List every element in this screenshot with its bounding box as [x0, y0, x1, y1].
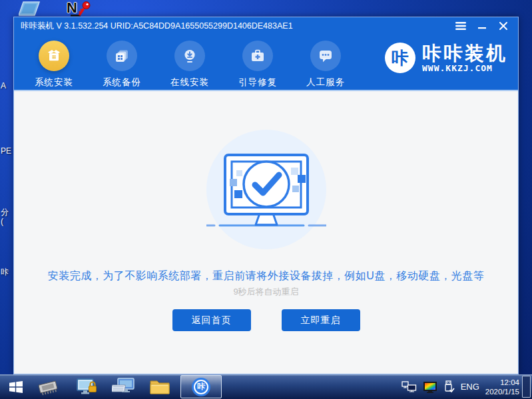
nav-item-online-install[interactable]: 在线安装 [164, 41, 216, 88]
desktop-icon-label-fragment[interactable]: 咔 [1, 267, 13, 277]
nav-item-system-install[interactable]: 系统安装 [28, 41, 80, 88]
window-nav: 系统安装 系统备份 [14, 35, 518, 91]
brand-logo-icon: 咔 [385, 43, 415, 73]
close-icon [499, 22, 507, 30]
language-indicator[interactable]: ENG [461, 382, 479, 392]
installer-window: 咔咔装机 V 3.1.532.254 URID:A5C84DD9A1655055… [13, 17, 519, 374]
nav-item-label: 引导修复 [238, 77, 277, 87]
taskbar-remote-desktop-tool-icon[interactable] [109, 374, 138, 399]
clock-date: 2020/1/15 [485, 387, 519, 396]
desktop-icon-label-fragment[interactable]: A [1, 81, 13, 90]
action-buttons: 返回首页 立即重启 [14, 309, 518, 331]
monitor-keyboard-icon [112, 377, 136, 397]
minimize-button[interactable] [474, 19, 490, 33]
desktop-icon-label-fragment[interactable]: PE [1, 146, 13, 156]
countdown-text: 9秒后将自动重启 [14, 286, 518, 298]
brand-url: WWW.KKZJ.COM [422, 63, 507, 73]
clock-time: 12:04 [485, 378, 519, 387]
nav-item-system-backup[interactable]: 系统备份 [96, 41, 148, 88]
nav-item-label: 人工服务 [306, 77, 345, 87]
hamburger-menu-icon [455, 22, 466, 30]
desktop-netkeeper-icon[interactable]: N [67, 1, 95, 18]
taskbar-active-app-kaka[interactable]: 咔 [180, 375, 222, 398]
taskbar-file-explorer-icon[interactable] [146, 374, 173, 399]
window-titlebar: 咔咔装机 V 3.1.532.254 URID:A5C84DD9A1655055… [14, 17, 518, 35]
install-box-icon [39, 41, 69, 71]
return-home-button[interactable]: 返回首页 [172, 309, 251, 331]
menu-button[interactable] [453, 19, 469, 33]
system-tray: ENG 12:04 2020/1/15 [401, 374, 519, 399]
folder-icon [149, 378, 170, 396]
usb-device-tray-icon[interactable] [443, 380, 455, 393]
nav-item-label: 系统安装 [35, 77, 73, 87]
backup-windows-icon [107, 41, 137, 71]
desktop-icon-label-fragment[interactable]: 分 ( [1, 207, 13, 226]
brand-logo: 咔 咔咔装机 WWW.KKZJ.COM [385, 43, 507, 73]
taskbar: 咔 ENG [0, 374, 532, 399]
completion-message: 安装完成，为了不影响系统部署，重启前请将外接设备拔掉，例如U盘，移动硬盘，光盘等 [14, 269, 518, 283]
laptop-icon [19, 1, 40, 16]
download-circle-icon [174, 41, 205, 71]
chip-icon [36, 378, 60, 396]
nav-item-label: 系统备份 [103, 77, 141, 87]
repair-toolbox-icon [242, 41, 273, 71]
network-tray-icon[interactable] [401, 381, 417, 392]
chat-service-icon [310, 41, 341, 71]
nav-item-human-service[interactable]: 人工服务 [300, 41, 352, 88]
nav-item-label: 在线安装 [170, 77, 209, 87]
nav-item-boot-repair[interactable]: 引导修复 [232, 41, 284, 88]
show-desktop-button[interactable] [522, 376, 531, 398]
start-button[interactable] [4, 374, 28, 399]
window-content: 安装完成，为了不影响系统部署，重启前请将外接设备拔掉，例如U盘，移动硬盘，光盘等… [14, 91, 518, 374]
minimize-icon [478, 22, 486, 30]
close-button[interactable] [495, 19, 511, 33]
taskbar-clock[interactable]: 12:04 2020/1/15 [485, 378, 519, 396]
install-complete-illustration [206, 130, 326, 249]
windows-logo-icon [7, 380, 25, 394]
window-title: 咔咔装机 V 3.1.532.254 URID:A5C84DD9A1655055… [21, 21, 447, 32]
taskbar-screen-lock-tool-icon[interactable] [72, 374, 101, 399]
red-key-icon [67, 1, 95, 18]
display-settings-tray-icon[interactable] [423, 381, 437, 393]
taskbar-cpu-tool-icon[interactable] [35, 374, 61, 399]
monitor-lock-icon [75, 377, 99, 397]
kaka-app-icon: 咔 [194, 380, 208, 394]
restart-now-button[interactable]: 立即重启 [282, 309, 360, 331]
brand-name: 咔咔装机 [422, 43, 507, 63]
